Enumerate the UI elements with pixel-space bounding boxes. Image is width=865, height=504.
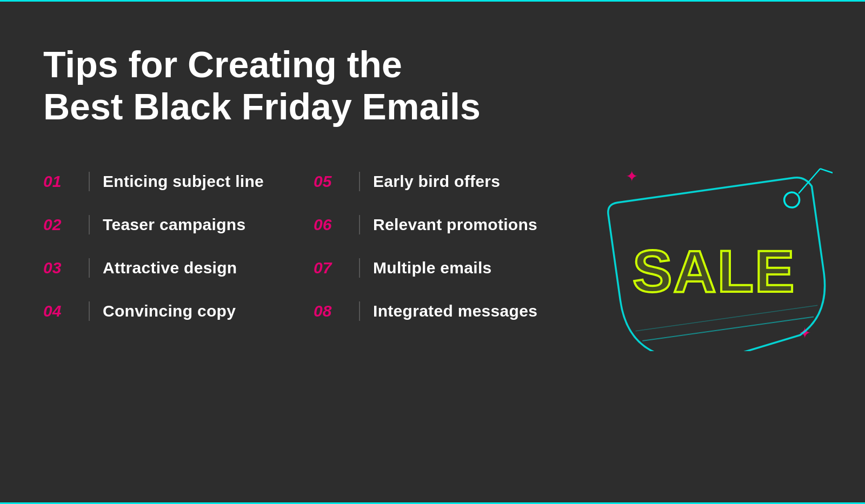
list-item: 05 Early bird offers	[314, 160, 562, 203]
sale-tag-illustration: SALE SALE	[606, 167, 833, 351]
list-item: 01 Enticing subject line	[43, 160, 314, 203]
item-text-02: Teaser campaigns	[103, 216, 245, 234]
item-number-06: 06	[314, 216, 346, 234]
item-text-03: Attractive design	[103, 259, 237, 277]
item-divider	[89, 215, 90, 234]
item-number-07: 07	[314, 259, 346, 277]
item-text-07: Multiple emails	[373, 259, 492, 277]
item-divider	[359, 301, 360, 321]
item-number-04: 04	[43, 302, 76, 320]
item-divider	[359, 172, 360, 191]
item-number-02: 02	[43, 216, 76, 234]
list-item: 04 Convincing copy	[43, 290, 314, 333]
main-content: Tips for Creating the Best Black Friday …	[0, 0, 865, 504]
page-title: Tips for Creating the Best Black Friday …	[43, 43, 508, 127]
item-number-01: 01	[43, 172, 76, 191]
item-divider	[89, 301, 90, 321]
item-divider	[89, 172, 90, 191]
list-item: 03 Attractive design	[43, 246, 314, 290]
item-text-01: Enticing subject line	[103, 172, 264, 191]
right-list: 05 Early bird offers 06 Relevant promoti…	[314, 160, 562, 333]
item-number-08: 08	[314, 302, 346, 320]
item-divider	[89, 258, 90, 278]
svg-line-3	[642, 317, 814, 341]
item-text-05: Early bird offers	[373, 172, 500, 191]
svg-line-1	[796, 169, 823, 193]
item-divider	[359, 215, 360, 234]
list-item: 08 Integrated messages	[314, 290, 562, 333]
item-text-08: Integrated messages	[373, 302, 537, 320]
svg-point-0	[783, 191, 801, 209]
left-list: 01 Enticing subject line 02 Teaser campa…	[43, 160, 314, 333]
item-text-04: Convincing copy	[103, 302, 236, 320]
list-item: 06 Relevant promotions	[314, 203, 562, 246]
list-item: 07 Multiple emails	[314, 246, 562, 290]
item-number-03: 03	[43, 259, 76, 277]
svg-line-4	[636, 305, 818, 331]
item-divider	[359, 258, 360, 278]
svg-line-2	[820, 167, 833, 179]
item-number-05: 05	[314, 172, 346, 191]
list-item: 02 Teaser campaigns	[43, 203, 314, 246]
item-text-06: Relevant promotions	[373, 216, 537, 234]
svg-text:SALE: SALE	[633, 238, 795, 304]
